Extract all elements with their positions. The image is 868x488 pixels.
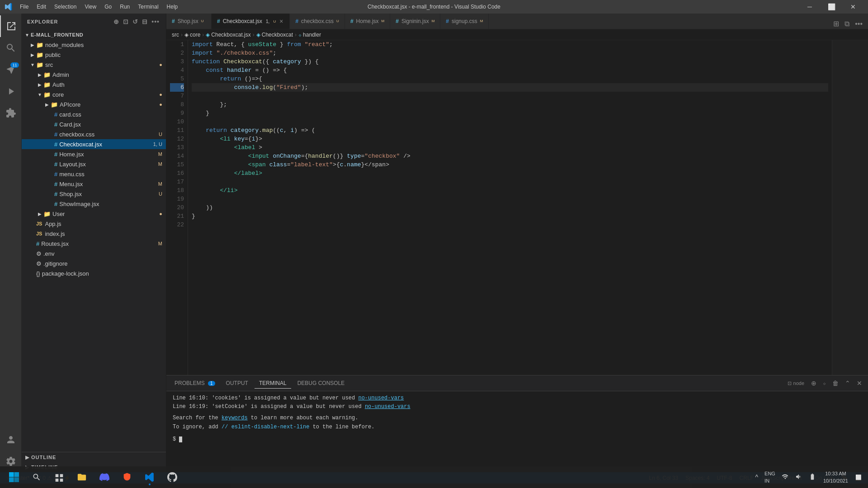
tab-signinin[interactable]: # Signinin.jsx M [390,14,440,29]
tab-terminal[interactable]: TERMINAL [255,378,291,389]
project-arrow: ▼ [24,33,31,38]
tree-home-jsx[interactable]: ▶ # Home.jsx M [22,149,166,159]
tab-shop[interactable]: # Shop.jsx U [166,14,212,29]
show-hidden-icons[interactable]: ^ [753,472,761,483]
more-actions-icon[interactable]: ••• [151,17,160,26]
tree-layout-jsx[interactable]: ▶ # Layout.jsx M [22,159,166,169]
tree-app-js[interactable]: ▶ JS App.js [22,219,166,229]
tree-apicore[interactable]: ▶ 📁 APIcore ● [22,99,166,109]
tree-node-modules[interactable]: ▶ 📁 node_modules [22,40,166,50]
volume-icon[interactable] [793,471,805,483]
menu-go[interactable]: Go [101,3,115,11]
maximize-panel-icon[interactable]: ⌃ [843,378,853,388]
tree-routes-jsx[interactable]: ▶ # Routes.jsx M [22,239,166,249]
clock[interactable]: 10:33 AM 10/10/2021 [820,469,852,486]
file-explorer-taskbar[interactable] [71,468,92,486]
tree-user[interactable]: ▶ 📁 User ● [22,209,166,219]
discord-taskbar[interactable] [94,468,115,486]
menu-run[interactable]: Run [116,3,133,11]
taskbar-search-button[interactable] [26,468,47,486]
tab-signup-css[interactable]: # signup.css M [440,14,489,29]
more-tabs-icon[interactable]: ••• [853,19,864,29]
github-taskbar[interactable] [162,468,183,486]
tree-showimage-jsx[interactable]: ▶ # ShowImage.jsx [22,199,166,209]
notifications-button[interactable]: ⬜ [853,473,864,482]
activity-source-control[interactable]: 11 [0,59,22,80]
tree-menu-css[interactable]: ▶ # menu.css [22,169,166,179]
tab-checkboxcat[interactable]: # Checkboxcat.jsx 1, U × [212,14,290,29]
tree-public[interactable]: ▶ 📁 public [22,50,166,60]
tree-src[interactable]: ▼ 📁 src ● [22,60,166,70]
tree-index-js[interactable]: ▶ JS index.js [22,229,166,239]
tree-core[interactable]: ▼ 📁 core ● [22,89,166,99]
new-terminal-icon[interactable]: ⊕ [809,378,819,388]
menu-view[interactable]: View [81,3,100,11]
home-badge: M [158,151,162,157]
activity-explorer[interactable] [0,15,22,37]
node-modules-arrow: ▶ [29,42,36,47]
tab-output[interactable]: OUTPUT [222,378,253,389]
tree-card-css[interactable]: ▶ # card.css [22,109,166,119]
tab-home[interactable]: # Home.jsx M [345,14,390,29]
split-editor-icon[interactable]: ⧉ [843,19,851,29]
brave-taskbar[interactable] [117,468,137,486]
close-panel-icon[interactable]: ✕ [854,378,864,388]
breadcrumb: src › ◈core › ◈Checkboxcat.jsx › ◈Checkb… [166,29,868,40]
tree-package-lock[interactable]: ▶ {} package-lock.json [22,268,166,278]
menu-terminal[interactable]: Terminal [134,3,162,11]
tab-checkbox-css[interactable]: # checkbox.css U [290,14,345,29]
split-terminal-icon[interactable]: ⬦ [821,379,828,388]
menu-file[interactable]: File [16,3,32,11]
tree-auth[interactable]: ▶ 📁 Auth [22,80,166,89]
tree-menu-jsx[interactable]: ▶ # Menu.jsx M [22,179,166,189]
maximize-button[interactable]: ⬜ [821,0,842,14]
close-button[interactable]: ✕ [843,0,863,14]
minimize-button[interactable]: ─ [799,0,820,14]
tree-env[interactable]: ▶ ⚙ .env [22,249,166,258]
no-unused-vars-link-2[interactable]: no-unused-vars [365,404,410,410]
activity-extensions[interactable] [0,102,22,124]
tree-card-jsx[interactable]: ▶ # Card.jsx [22,119,166,129]
tree-checkboxcat-jsx[interactable]: ▶ # Checkboxcat.jsx 1, U [22,139,166,149]
folder-icon: 📁 [36,61,43,68]
source-control-badge: 11 [10,62,19,68]
activity-search[interactable] [0,37,22,59]
tab-close-icon[interactable]: × [278,18,284,24]
menu-edit[interactable]: Edit [33,3,50,11]
menu-help[interactable]: Help [163,3,182,11]
battery-icon[interactable] [806,471,819,483]
vscode-active-dot [149,483,151,485]
start-button[interactable] [4,468,24,486]
task-view-button[interactable] [49,468,70,486]
collapse-icon[interactable]: ⊟ [141,17,149,26]
wifi-icon[interactable] [779,471,792,483]
breadcrumb-core[interactable]: ◈core [184,32,200,38]
tab-problems[interactable]: PROBLEMS 1 [170,378,220,389]
project-root[interactable]: ▼ E-MALL_FRONTEND [22,30,166,40]
editor-layout-icon[interactable]: ⊞ [831,19,841,29]
tree-shop-jsx[interactable]: ▶ # Shop.jsx U [22,189,166,199]
new-folder-icon[interactable]: ⊡ [122,17,130,26]
shop-badge: U [159,191,162,197]
new-file-icon[interactable]: ⊕ [113,17,120,26]
terminal-actions: ⊡ node ⊕ ⬦ 🗑 ⌃ ✕ [788,378,864,388]
code-editor[interactable]: 1 2 3 4 5 6 7 8 9 10 11 12 13 14 15 16 1 [166,40,868,375]
tree-admin[interactable]: ▶ 📁 Admin [22,70,166,80]
tab-debug-console[interactable]: DEBUG CONSOLE [293,378,349,389]
breadcrumb-src[interactable]: src [172,32,179,38]
keywords-link[interactable]: keywords [222,415,248,421]
activity-run-debug[interactable] [0,80,22,102]
no-unused-vars-link-1[interactable]: no-unused-vars [358,395,404,401]
activity-account[interactable] [0,429,22,450]
menu-selection[interactable]: Selection [51,3,80,11]
tree-gitignore[interactable]: ▶ ⚙ .gitignore [22,258,166,268]
tree-checkbox-css[interactable]: ▶ # checkbox.css U [22,129,166,139]
breadcrumb-class[interactable]: ◈Checkboxcat [256,32,293,38]
outline-header[interactable]: ▶ OUTLINE [22,452,166,462]
language-indicator[interactable]: ENG IN [762,469,778,486]
code-content[interactable]: import React, { useState } from "react";… [188,40,832,375]
breadcrumb-file[interactable]: ◈Checkboxcat.jsx [206,32,250,38]
breadcrumb-handler[interactable]: ⬦handler [298,32,321,38]
kill-terminal-icon[interactable]: 🗑 [830,378,841,388]
refresh-icon[interactable]: ↺ [132,17,139,26]
